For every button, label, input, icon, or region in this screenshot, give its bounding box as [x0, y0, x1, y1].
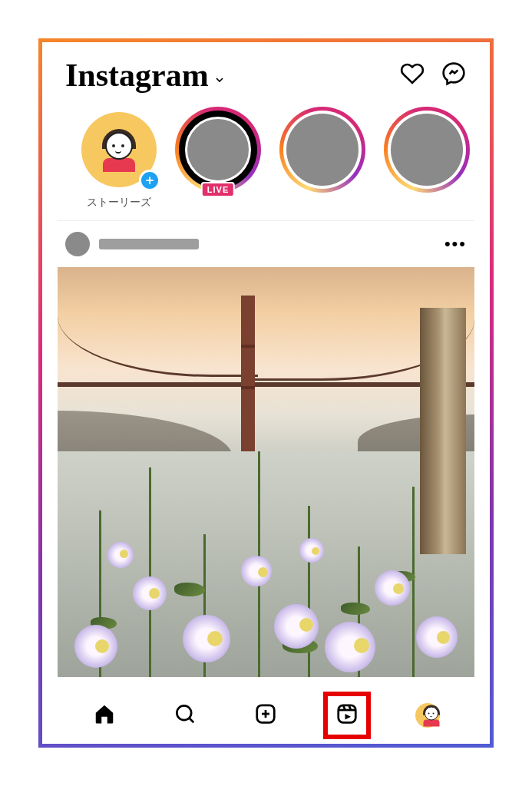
- svg-marker-9: [345, 714, 351, 720]
- plus-icon: +: [139, 170, 160, 191]
- svg-point-0: [177, 705, 191, 720]
- nav-search[interactable]: [167, 698, 203, 733]
- heart-icon: [400, 61, 425, 89]
- your-story-label: ストーリーズ: [87, 196, 151, 210]
- chevron-down-icon: [213, 74, 226, 89]
- post-author-avatar[interactable]: [65, 232, 90, 256]
- your-story[interactable]: + ストーリーズ: [79, 107, 159, 210]
- story-item-live[interactable]: LIVE: [173, 107, 263, 193]
- search-icon: [173, 702, 197, 728]
- story-item[interactable]: [277, 107, 368, 193]
- app-frame: Instagram: [38, 38, 494, 748]
- plus-square-icon: [254, 702, 277, 728]
- post-more-button[interactable]: •••: [444, 234, 467, 254]
- post-image[interactable]: [58, 267, 474, 677]
- flowers-foreground: [58, 439, 474, 677]
- svg-line-1: [190, 718, 194, 723]
- logo-text: Instagram: [65, 59, 209, 91]
- logo-wordmark[interactable]: Instagram: [65, 59, 226, 91]
- nav-profile[interactable]: [410, 698, 445, 733]
- svg-rect-5: [339, 705, 356, 723]
- story-item[interactable]: [382, 107, 472, 193]
- messenger-icon: [441, 61, 466, 89]
- profile-avatar-mini: [415, 703, 440, 728]
- app-header: Instagram: [42, 42, 490, 96]
- activity-button[interactable]: [399, 62, 425, 88]
- nav-reels[interactable]: [329, 698, 365, 733]
- nav-create[interactable]: [248, 698, 283, 733]
- home-icon: [93, 702, 116, 728]
- stories-tray[interactable]: + ストーリーズ LIVE: [58, 96, 474, 221]
- post-header: •••: [42, 221, 490, 263]
- messages-button[interactable]: [441, 62, 467, 88]
- post-author-name-placeholder[interactable]: [99, 239, 199, 249]
- nav-home[interactable]: [87, 698, 122, 733]
- reels-icon: [335, 702, 359, 728]
- bottom-nav: [42, 687, 490, 744]
- live-badge: LIVE: [201, 182, 235, 197]
